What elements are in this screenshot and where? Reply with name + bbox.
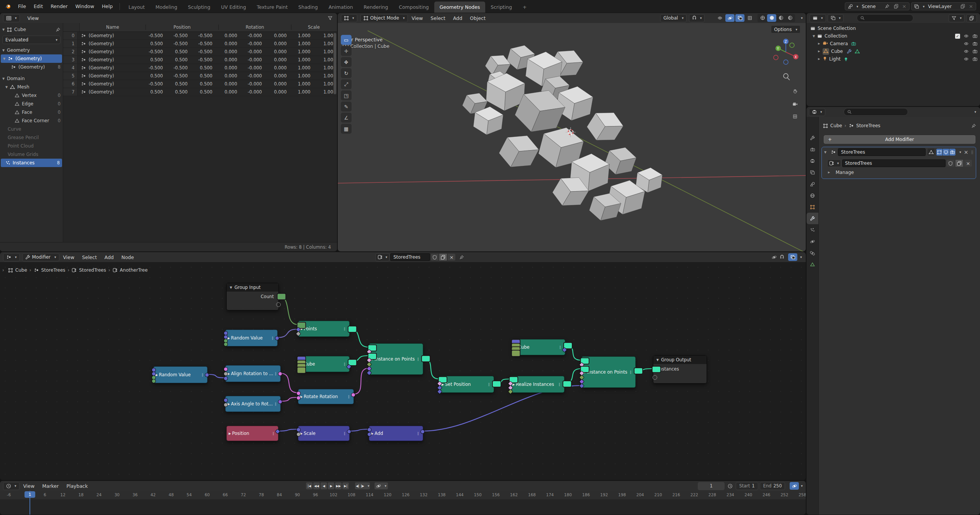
close-icon[interactable]: × xyxy=(969,3,973,9)
node-realize-instances[interactable]: ▶Realize Instances∥ xyxy=(510,376,564,393)
tab-scripting[interactable]: Scripting xyxy=(485,2,517,13)
play-reverse-button[interactable]: ◀ xyxy=(321,482,327,489)
node-group-input[interactable]: ▼Group InputCount xyxy=(226,283,279,310)
node-socket[interactable] xyxy=(297,428,300,431)
node-socket[interactable] xyxy=(347,430,351,433)
menu-render[interactable]: Render xyxy=(47,3,72,9)
col-header-position[interactable]: Position xyxy=(146,25,218,30)
node-socket[interactable] xyxy=(422,356,430,362)
tool-annotate-button[interactable]: ✎ xyxy=(341,102,352,112)
node-socket[interactable] xyxy=(368,428,371,431)
timeline-menu-playback[interactable]: Playback xyxy=(62,483,92,489)
node-socket[interactable] xyxy=(224,335,227,339)
node-menu-add[interactable]: Add xyxy=(101,254,118,260)
node-group-browse-button[interactable]: ▾ xyxy=(375,253,390,261)
tab-layout[interactable]: Layout xyxy=(123,2,150,13)
node-socket[interactable] xyxy=(297,396,300,400)
toggle-editmode-button[interactable] xyxy=(936,149,942,156)
filter-button[interactable] xyxy=(928,149,934,156)
node-socket[interactable] xyxy=(564,343,572,349)
overlay-toggle-button[interactable] xyxy=(790,482,799,490)
tab-compositing[interactable]: Compositing xyxy=(393,2,434,13)
tab-constraints[interactable] xyxy=(807,247,818,259)
outliner-row-cube[interactable]: ▶Cube xyxy=(807,48,980,55)
filter-dropdown[interactable]: ▾ xyxy=(949,14,965,22)
hide-viewport-icon[interactable] xyxy=(964,34,969,38)
tab-texture-paint[interactable]: Texture Paint xyxy=(251,2,293,13)
jump-to-end-button[interactable]: ▶| xyxy=(342,482,349,489)
snap-dropdown[interactable]: ▾ xyxy=(689,14,705,22)
prev-keyframe-button[interactable]: ◀◀ xyxy=(313,482,320,489)
editor-type-button[interactable]: ▾ xyxy=(3,482,20,490)
node-socket[interactable] xyxy=(224,403,227,407)
node-socket[interactable] xyxy=(563,381,571,387)
tab-uv-editing[interactable]: UV Editing xyxy=(216,2,251,13)
shading-wireframe-button[interactable] xyxy=(758,14,767,22)
tab-shading[interactable]: Shading xyxy=(293,2,323,13)
overlays-toggle-button[interactable] xyxy=(788,253,797,261)
tool-scale-button[interactable]: ⤢ xyxy=(341,79,352,89)
shading-solid-button[interactable] xyxy=(767,14,776,22)
frame-forward-button[interactable]: |▶ xyxy=(361,484,364,488)
viewport-canvas[interactable]: User Perspective(1) Collection | CubeOpt… xyxy=(338,23,806,251)
pin-id-icon[interactable] xyxy=(971,123,976,128)
toggle-realtime-button[interactable] xyxy=(943,149,949,156)
toggle-render-button[interactable] xyxy=(949,149,955,156)
domain-row-face[interactable]: Face0 xyxy=(0,108,63,116)
tool-move-button[interactable]: ✥ xyxy=(341,57,352,67)
frame-back-button[interactable]: ◀| xyxy=(356,484,359,488)
table-row[interactable]: 4(Geometry)-0.500-0.5000.5000.000-0.0000… xyxy=(63,64,337,72)
tab-sculpting[interactable]: Sculpting xyxy=(183,2,216,13)
table-row[interactable]: 6(Geometry)-0.5000.5000.5000.000-0.0000.… xyxy=(63,80,337,88)
mode-dropdown[interactable]: Object Mode▾ xyxy=(360,14,408,22)
tab-world[interactable] xyxy=(807,190,818,201)
editor-type-button[interactable]: ▾ xyxy=(341,14,357,22)
shading-material-button[interactable] xyxy=(776,14,785,22)
node-socket[interactable] xyxy=(297,367,306,373)
evaluation-mode-dropdown[interactable]: Evaluated▾ xyxy=(2,36,61,44)
table-row[interactable]: 3(Geometry)0.5000.500-0.5000.000-0.0000.… xyxy=(63,56,337,64)
node-socket[interactable] xyxy=(297,433,300,436)
collapse-arrow-icon[interactable]: ▶ xyxy=(300,395,303,399)
node-cube[interactable]: ▶Cube∥ xyxy=(298,356,350,372)
table-row[interactable]: 0(Geometry)-0.500-0.500-0.5000.000-0.000… xyxy=(63,32,337,40)
node-socket[interactable] xyxy=(421,430,424,433)
pan-view-icon[interactable] xyxy=(793,89,797,94)
viewlayer-selector-pill[interactable]: ▾ViewLayer× xyxy=(911,2,976,10)
disable-render-icon[interactable] xyxy=(972,34,978,38)
copy-node-group-button[interactable] xyxy=(955,160,963,167)
editor-type-button[interactable]: ▾ xyxy=(3,253,20,261)
viewport-menu-view[interactable]: View xyxy=(408,15,427,21)
viewport-menu-add[interactable]: Add xyxy=(449,15,466,21)
node-scale[interactable]: ▶Scale∥ xyxy=(298,426,350,441)
close-icon[interactable]: × xyxy=(902,3,906,9)
filter-icon[interactable] xyxy=(328,16,332,20)
node-socket[interactable] xyxy=(224,372,227,376)
play-button[interactable]: ▶ xyxy=(328,482,334,489)
new-scene-icon[interactable] xyxy=(894,4,898,9)
node-socket[interactable] xyxy=(152,376,155,379)
snap-icon[interactable] xyxy=(780,255,784,259)
options-dropdown[interactable]: Options▾ xyxy=(771,25,800,33)
exclude-checkbox[interactable]: ✓ xyxy=(955,34,960,39)
node-add[interactable]: ▶Add∥ xyxy=(369,426,423,441)
tab-modifiers[interactable] xyxy=(807,213,818,224)
tab-output[interactable] xyxy=(807,155,818,167)
fake-user-button[interactable] xyxy=(947,160,954,167)
tool-select-box-button[interactable]: ▭ xyxy=(341,35,352,45)
tab-rendering[interactable]: Rendering xyxy=(358,2,394,13)
gizmos-toggle-button[interactable] xyxy=(725,14,735,22)
node-cube[interactable]: ▶Cube∥ xyxy=(512,339,565,355)
shading-rendered-button[interactable] xyxy=(785,14,795,22)
timeline-menu-view[interactable]: View xyxy=(20,483,39,489)
hide-viewport-icon[interactable] xyxy=(964,57,969,61)
collapse-arrow-icon[interactable]: ▶ xyxy=(227,372,230,376)
tool-rotate-button[interactable]: ↻ xyxy=(341,68,352,78)
disable-render-icon[interactable] xyxy=(972,49,978,54)
editor-type-button[interactable]: ▾ xyxy=(3,14,20,22)
jump-to-start-button[interactable]: |◀ xyxy=(306,482,312,489)
col-header-scale[interactable]: Scale xyxy=(291,25,336,30)
node-graph-canvas[interactable]: ›Cube›StoreTrees›StoredTrees›AnotherTree… xyxy=(0,262,806,480)
tab-object[interactable] xyxy=(807,201,818,213)
outliner-row-camera[interactable]: ▶Camera xyxy=(807,40,980,48)
